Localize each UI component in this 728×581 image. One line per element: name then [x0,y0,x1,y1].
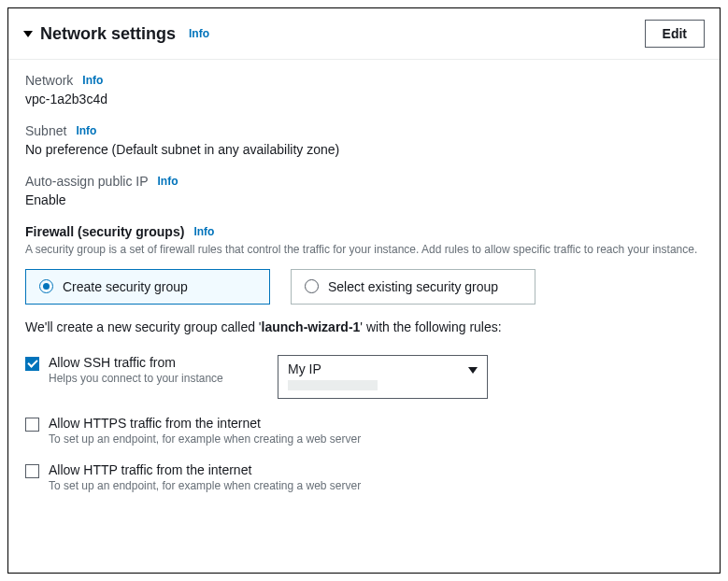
allow-https-label: Allow HTTPS traffic from the internet [49,416,703,431]
create-sg-label: Create security group [63,279,188,294]
allow-https-sub: To set up an endpoint, for example when … [49,432,703,446]
sg-create-message: We'll create a new security group called… [25,319,703,334]
allow-ssh-checkbox[interactable] [25,357,39,371]
public-ip-value: Enable [25,192,703,207]
radio-icon [305,279,319,293]
firewall-label-row: Firewall (security groups) Info [25,224,703,239]
allow-http-label: Allow HTTP traffic from the internet [49,462,703,477]
allow-http-sub: To set up an endpoint, for example when … [49,479,703,492]
allow-https-row: Allow HTTPS traffic from the internet To… [25,416,703,446]
network-value: vpc-1a2b3c4d [25,92,703,106]
create-security-group-radio[interactable]: Create security group [25,269,270,305]
allow-ssh-label: Allow SSH traffic from [49,355,268,370]
public-ip-label: Auto-assign public IP [25,174,149,189]
firewall-label: Firewall (security groups) [25,224,184,239]
ssh-source-dropdown[interactable]: My IP [278,355,488,399]
header-info-link[interactable]: Info [189,27,209,40]
public-ip-info-link[interactable]: Info [158,175,178,188]
ssh-source-value: My IP [288,361,478,376]
ssh-ip-masked [288,380,378,390]
firewall-info-link[interactable]: Info [193,225,214,238]
sg-radio-group: Create security group Select existing se… [25,269,703,305]
subnet-info-link[interactable]: Info [76,124,96,137]
caret-down-icon [23,31,33,37]
edit-button[interactable]: Edit [645,20,705,48]
panel-header-left[interactable]: Network settings Info [23,24,209,44]
select-existing-security-group-radio[interactable]: Select existing security group [291,269,535,305]
firewall-description: A security group is a set of firewall ru… [25,242,703,258]
panel-body: Network Info vpc-1a2b3c4d Subnet Info No… [8,60,720,522]
chevron-down-icon [468,367,478,374]
sg-name: launch-wizard-1 [262,319,361,334]
network-settings-panel: Network settings Info Edit Network Info … [7,7,721,574]
subnet-label-row: Subnet Info [25,123,703,138]
allow-https-checkbox[interactable] [25,418,39,432]
radio-icon [39,279,53,293]
network-label-row: Network Info [25,73,703,88]
network-label: Network [25,73,73,88]
allow-ssh-sub: Helps you connect to your instance [49,372,268,385]
public-ip-field: Auto-assign public IP Info Enable [25,174,703,207]
network-field: Network Info vpc-1a2b3c4d [25,73,703,106]
subnet-label: Subnet [25,123,66,138]
allow-ssh-row: Allow SSH traffic from Helps you connect… [25,355,703,399]
subnet-value: No preference (Default subnet in any ava… [25,142,703,157]
allow-http-row: Allow HTTP traffic from the internet To … [25,462,703,492]
public-ip-label-row: Auto-assign public IP Info [25,174,703,189]
network-info-link[interactable]: Info [82,74,103,87]
subnet-field: Subnet Info No preference (Default subne… [25,123,703,157]
existing-sg-label: Select existing security group [328,279,498,294]
panel-header: Network settings Info Edit [8,8,720,60]
panel-title: Network settings [40,24,176,44]
allow-http-checkbox[interactable] [25,464,39,478]
